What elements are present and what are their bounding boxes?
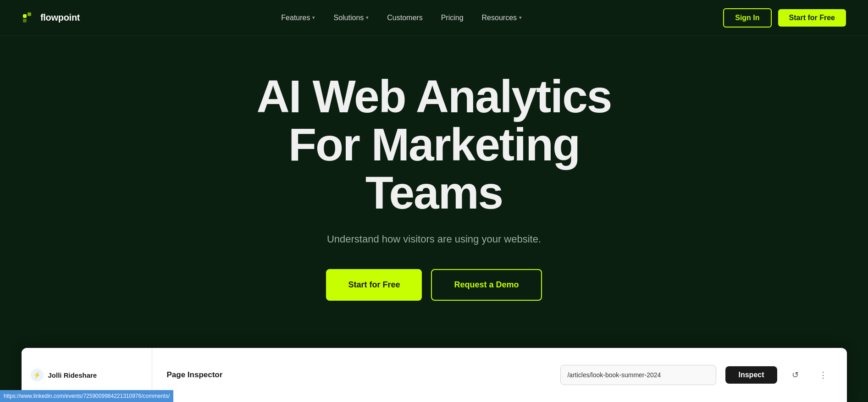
- inspect-button[interactable]: Inspect: [725, 366, 777, 384]
- nav-solutions[interactable]: Solutions ▾: [333, 14, 369, 22]
- chevron-down-icon: ▾: [366, 15, 369, 21]
- nav-pricing[interactable]: Pricing: [441, 14, 464, 22]
- hero-title: AI Web Analytics For Marketing Teams: [228, 72, 641, 217]
- inspector-title: Page Inspector: [167, 370, 223, 380]
- logo-text: flowpoint: [40, 12, 80, 23]
- request-demo-button[interactable]: Request a Demo: [431, 269, 542, 301]
- inspector-url-input[interactable]: [560, 365, 716, 385]
- more-options-icon[interactable]: ⋮: [814, 366, 832, 384]
- company-name: Jolli Rideshare: [48, 371, 97, 379]
- svg-rect-0: [23, 14, 27, 18]
- inspector-main: Page Inspector Inspect ↺ ⋮: [152, 365, 847, 385]
- navbar-nav: Features ▾ Solutions ▾ Customers Pricing…: [281, 14, 522, 22]
- status-url: https://www.linkedin.com/events/72590099…: [4, 393, 170, 399]
- status-bar: https://www.linkedin.com/events/72590099…: [0, 390, 173, 402]
- hero-cta-group: Start for Free Request a Demo: [326, 269, 542, 301]
- navbar-logo-area: flowpoint: [22, 11, 80, 25]
- nav-features[interactable]: Features ▾: [281, 14, 315, 22]
- chevron-down-icon: ▾: [312, 15, 315, 21]
- start-free-nav-button[interactable]: Start for Free: [778, 9, 846, 27]
- signin-button[interactable]: Sign In: [723, 8, 771, 28]
- nav-resources[interactable]: Resources ▾: [482, 14, 522, 22]
- hero-subtitle: Understand how visitors are using your w…: [327, 233, 541, 245]
- nav-customers[interactable]: Customers: [387, 14, 422, 22]
- start-free-hero-button[interactable]: Start for Free: [326, 269, 422, 301]
- chevron-down-icon: ▾: [519, 15, 522, 21]
- hero-section: AI Web Analytics For Marketing Teams Und…: [0, 36, 868, 319]
- refresh-icon[interactable]: ↺: [786, 366, 805, 384]
- logo[interactable]: flowpoint: [22, 11, 80, 25]
- company-icon: ⚡: [31, 369, 44, 381]
- navbar-actions: Sign In Start for Free: [723, 8, 846, 28]
- svg-rect-1: [28, 12, 31, 16]
- svg-rect-2: [23, 19, 27, 22]
- navbar: flowpoint Features ▾ Solutions ▾ Custome…: [0, 0, 868, 36]
